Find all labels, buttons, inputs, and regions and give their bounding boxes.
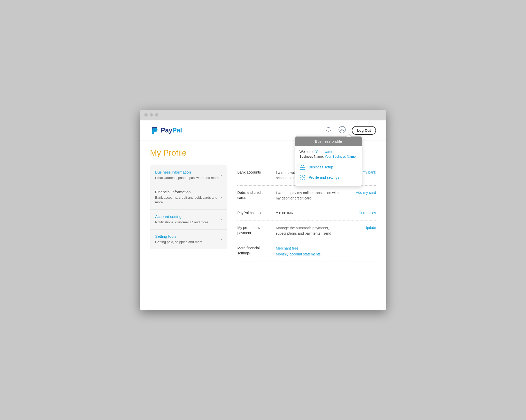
browser-close-btn[interactable] xyxy=(144,113,148,117)
sidebar-item-title-financial-information: Financial information xyxy=(155,190,221,194)
panel-label-debit-credit: Debit and credit cards xyxy=(237,190,271,200)
logout-button[interactable]: Log Out xyxy=(352,126,376,135)
sidebar: Business information Email address, phon… xyxy=(150,165,227,249)
browser-minimize-btn[interactable] xyxy=(150,113,153,117)
dropdown-body: Welcome Your Name Business Name: Your Bu… xyxy=(295,146,362,186)
sidebar-item-desc-setting-tools: Getting paid, shipping and more. xyxy=(155,240,203,244)
panel-label-pre-approved: My pre-approved payment xyxy=(237,225,271,235)
sidebar-item-title-account-settings: Account settings xyxy=(155,214,209,219)
panel-row-more-financial: More financial settings Merchant fees Mo… xyxy=(237,241,376,262)
more-financial-links: Merchant fees Monthly account statements xyxy=(276,246,343,257)
welcome-name: Your Name xyxy=(315,150,333,154)
sidebar-item-financial-information[interactable]: Financial information Bank accounts, cre… xyxy=(150,185,227,209)
svg-point-5 xyxy=(302,177,303,178)
panel-row-debit-credit: Debit and credit cards I want to pay my … xyxy=(237,186,376,206)
panel-label-paypal-balance: PayPal balance xyxy=(237,211,271,216)
merchant-fees-link[interactable]: Merchant fees xyxy=(276,246,343,251)
panel-row-pre-approved: My pre-approved payment Manage the autom… xyxy=(237,221,376,241)
logo-text: PayPal xyxy=(161,126,182,134)
dropdown-header: Business profile xyxy=(295,137,362,146)
sidebar-item-title-business-information: Business information xyxy=(155,170,220,174)
sidebar-item-setting-tools[interactable]: Setting tools Getting paid, shipping and… xyxy=(150,230,227,249)
panel-action-paypal-balance: Currencies xyxy=(348,211,376,215)
monthly-statements-link[interactable]: Monthly account statements xyxy=(276,252,343,257)
add-card-link[interactable]: Add my card xyxy=(356,190,376,195)
profile-settings-label: Profile and settings xyxy=(309,175,339,179)
business-setup-menu-item[interactable]: Business setup xyxy=(299,162,358,172)
business-name-row: Business Name: Your Business Name xyxy=(299,155,358,158)
browser-titlebar xyxy=(140,110,386,120)
browser-content: PayPal Log Out xyxy=(140,120,386,310)
currencies-link[interactable]: Currencies xyxy=(359,211,376,215)
browser-window: PayPal Log Out xyxy=(140,110,386,310)
panel-desc-more-financial: Merchant fees Monthly account statements xyxy=(276,246,343,257)
panel-label-more-financial: More financial settings xyxy=(237,246,271,256)
sidebar-item-title-setting-tools: Setting tools xyxy=(155,234,203,238)
chevron-icon-business-information: › xyxy=(221,173,222,177)
panel-label-bank-accounts: Bank accounts xyxy=(237,170,271,175)
panel-row-paypal-balance: PayPal balance ₹ 0.00 INR Currencies xyxy=(237,206,376,221)
briefcase-icon xyxy=(299,164,306,170)
profile-button[interactable] xyxy=(337,125,347,136)
panel-desc-debit-credit: I want to pay my online transaction with… xyxy=(276,190,343,201)
profile-dropdown: Business profile Welcome Your Name Busin… xyxy=(295,136,362,186)
sidebar-item-desc-account-settings: Notifications, customer ID and more. xyxy=(155,220,209,225)
panel-desc-paypal-balance: ₹ 0.00 INR xyxy=(276,211,343,216)
paypal-logo-icon xyxy=(150,126,159,135)
logo: PayPal xyxy=(150,126,182,135)
business-name-value: Your Business Name xyxy=(325,155,356,158)
chevron-icon-account-settings: › xyxy=(221,217,222,222)
chevron-icon-financial-information: › xyxy=(221,195,222,199)
user-icon xyxy=(339,126,346,133)
sidebar-item-desc-business-information: Email address, phone, password and more. xyxy=(155,176,220,180)
browser-maximize-btn[interactable] xyxy=(155,113,158,117)
welcome-text: Welcome Your Name xyxy=(299,150,358,154)
sidebar-item-desc-financial-information: Bank accounts, credit and debit cards an… xyxy=(155,195,221,205)
svg-point-1 xyxy=(341,128,343,130)
panel-action-pre-approved: Update xyxy=(348,225,376,230)
update-link[interactable]: Update xyxy=(364,226,376,230)
sidebar-item-business-information[interactable]: Business information Email address, phon… xyxy=(150,165,227,185)
svg-point-0 xyxy=(339,126,345,133)
chevron-icon-setting-tools: › xyxy=(221,237,222,242)
panel-action-debit-credit: Add my card xyxy=(348,190,376,195)
sidebar-item-account-settings[interactable]: Account settings Notifications, customer… xyxy=(150,210,227,230)
header: PayPal Log Out xyxy=(140,120,386,140)
profile-settings-menu-item[interactable]: Profile and settings xyxy=(299,172,358,183)
bell-icon xyxy=(326,127,331,132)
gear-icon xyxy=(299,174,306,180)
notification-button[interactable] xyxy=(325,126,332,135)
panel-desc-pre-approved: Manage the automatic payments, subscript… xyxy=(276,225,343,236)
business-setup-label: Business setup xyxy=(309,165,333,169)
